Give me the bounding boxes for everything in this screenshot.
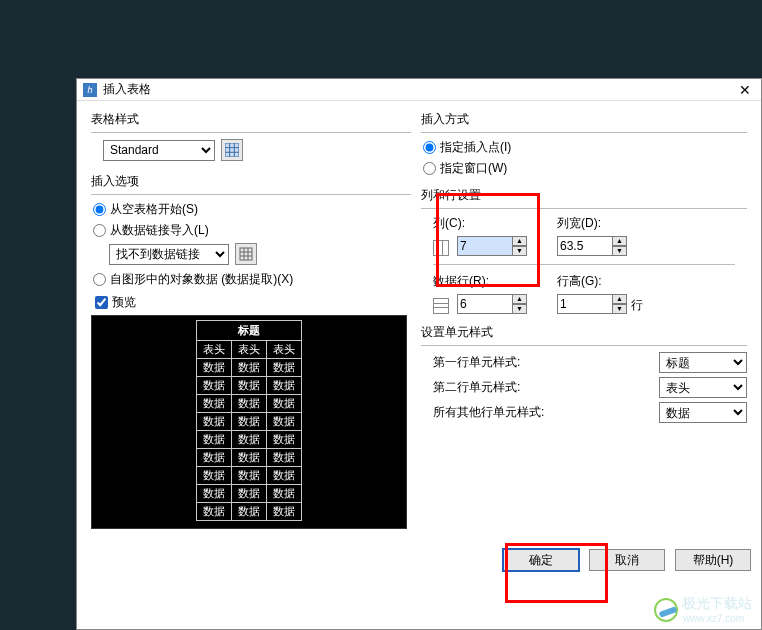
radio-from-link-label: 从数据链接导入(L) [110,222,209,239]
cancel-button[interactable]: 取消 [589,549,665,571]
radio-specify-window-input[interactable] [423,162,436,175]
dialog-buttons: 确定 取消 帮助(H) [503,549,751,571]
table-style-label: 表格样式 [91,111,411,128]
dialog-content: 表格样式 Standard 插入选项 [77,101,761,539]
preview-checkbox[interactable]: 预览 [95,294,411,311]
radio-specify-point-label: 指定插入点(I) [440,139,511,156]
divider [421,208,747,209]
right-column: 插入方式 指定插入点(I) 指定窗口(W) 列和行设置 列(C): [421,111,747,529]
radio-from-extract-label: 自图形中的对象数据 (数据提取)(X) [110,271,293,288]
left-column: 表格样式 Standard 插入选项 [91,111,411,529]
data-link-browse-button[interactable] [235,243,257,265]
row-height-spinner[interactable]: ▲▼ [557,294,627,314]
col-width-spinner[interactable]: ▲▼ [557,236,627,256]
spin-down-icon[interactable]: ▼ [513,246,527,256]
help-button[interactable]: 帮助(H) [675,549,751,571]
app-icon: h [83,83,97,97]
spin-up-icon[interactable]: ▲ [613,294,627,304]
second-row-style-combo[interactable]: 表头 [659,377,747,398]
radio-from-link[interactable]: 从数据链接导入(L) [93,222,411,239]
divider [421,132,747,133]
radio-from-extract-input[interactable] [93,273,106,286]
watermark-logo-icon [654,598,678,622]
divider [91,132,411,133]
titlebar: h 插入表格 ✕ [77,79,761,101]
col-width-input[interactable] [557,236,613,256]
first-row-style-label: 第一行单元样式: [433,354,520,371]
columns-input[interactable] [457,236,513,256]
divider [433,264,735,265]
close-icon[interactable]: ✕ [735,82,755,98]
col-width-label: 列宽(D): [557,215,627,232]
divider [421,345,747,346]
preview-table: 标题 表头 表头 表头 数据数据数据 数据数据数据 数据数据数据 数据数据数据 … [196,320,302,521]
columns-spinner[interactable]: ▲▼ [457,236,527,256]
insert-table-dialog: h 插入表格 ✕ 表格样式 Standard [76,78,762,630]
watermark: 极光下载站 www.xz7.com [654,595,752,624]
insert-mode-label: 插入方式 [421,111,747,128]
row-height-label: 行高(G): [557,273,643,290]
radio-from-empty-label: 从空表格开始(S) [110,201,198,218]
spin-up-icon[interactable]: ▲ [613,236,627,246]
other-row-style-combo[interactable]: 数据 [659,402,747,423]
radio-specify-point[interactable]: 指定插入点(I) [423,139,747,156]
watermark-url: www.xz7.com [683,613,752,624]
data-rows-spinner[interactable]: ▲▼ [457,294,527,314]
pv-title: 标题 [197,321,302,341]
svg-rect-0 [225,143,239,157]
radio-specify-window-label: 指定窗口(W) [440,160,507,177]
radio-specify-point-input[interactable] [423,141,436,154]
pv-header: 表头 [232,341,267,359]
other-row-style-label: 所有其他行单元样式: [433,404,544,421]
style-launcher-button[interactable] [221,139,243,161]
data-rows-input[interactable] [457,294,513,314]
pv-header: 表头 [197,341,232,359]
grid-icon [225,143,239,157]
spin-down-icon[interactable]: ▼ [613,246,627,256]
radio-from-extract[interactable]: 自图形中的对象数据 (数据提取)(X) [93,271,411,288]
second-row-style-label: 第二行单元样式: [433,379,520,396]
svg-rect-5 [240,248,252,260]
preview-checkbox-label: 预览 [112,294,136,311]
spin-up-icon[interactable]: ▲ [513,236,527,246]
watermark-text: 极光下载站 [682,595,752,613]
columns-icon [433,240,449,256]
spin-up-icon[interactable]: ▲ [513,294,527,304]
radio-specify-window[interactable]: 指定窗口(W) [423,160,747,177]
row-unit-label: 行 [631,297,643,314]
pv-header: 表头 [267,341,302,359]
dialog-title: 插入表格 [103,81,735,98]
radio-from-empty[interactable]: 从空表格开始(S) [93,201,411,218]
spin-down-icon[interactable]: ▼ [613,304,627,314]
grid-icon [239,247,253,261]
divider [91,194,411,195]
row-height-input[interactable] [557,294,613,314]
data-link-combo[interactable]: 找不到数据链接 [109,244,229,265]
preview-checkbox-input[interactable] [95,296,108,309]
preview-pane: 标题 表头 表头 表头 数据数据数据 数据数据数据 数据数据数据 数据数据数据 … [91,315,407,529]
radio-from-empty-input[interactable] [93,203,106,216]
data-rows-label: 数据行(R): [433,273,527,290]
spin-down-icon[interactable]: ▼ [513,304,527,314]
columns-label: 列(C): [433,215,527,232]
cell-style-group-label: 设置单元样式 [421,324,747,341]
ok-button[interactable]: 确定 [503,549,579,571]
first-row-style-combo[interactable]: 标题 [659,352,747,373]
rows-icon [433,298,449,314]
table-style-combo[interactable]: Standard [103,140,215,161]
radio-from-link-input[interactable] [93,224,106,237]
col-row-settings-label: 列和行设置 [421,187,747,204]
insert-options-label: 插入选项 [91,173,411,190]
